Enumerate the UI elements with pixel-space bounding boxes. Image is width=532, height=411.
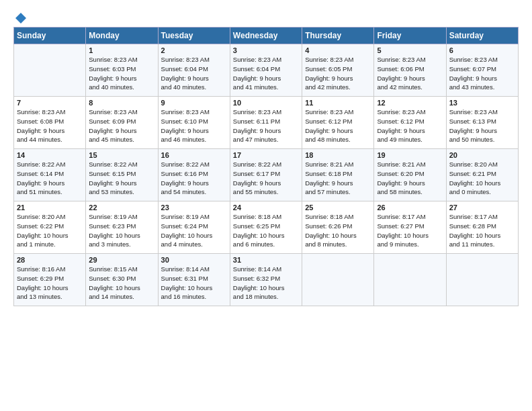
day-info: Sunrise: 8:23 AM Sunset: 6:11 PM Dayligh… — [233, 107, 299, 144]
calendar-cell: 1Sunrise: 8:23 AM Sunset: 6:03 PM Daylig… — [86, 44, 158, 97]
day-info: Sunrise: 8:23 AM Sunset: 6:12 PM Dayligh… — [377, 107, 443, 144]
day-number: 2 — [161, 46, 227, 54]
day-info: Sunrise: 8:17 AM Sunset: 6:28 PM Dayligh… — [449, 212, 515, 249]
calendar-cell: 25Sunrise: 8:18 AM Sunset: 6:26 PM Dayli… — [302, 201, 374, 254]
calendar-cell: 18Sunrise: 8:21 AM Sunset: 6:18 PM Dayli… — [302, 149, 374, 201]
calendar-cell: 20Sunrise: 8:20 AM Sunset: 6:21 PM Dayli… — [446, 149, 518, 201]
header-day: Sunday — [14, 28, 86, 44]
day-info: Sunrise: 8:23 AM Sunset: 6:09 PM Dayligh… — [89, 107, 154, 144]
calendar-cell — [446, 254, 518, 306]
day-number: 6 — [449, 46, 515, 54]
day-number: 18 — [305, 151, 371, 159]
day-info: Sunrise: 8:14 AM Sunset: 6:32 PM Dayligh… — [233, 265, 299, 302]
day-number: 10 — [233, 99, 299, 107]
day-info: Sunrise: 8:23 AM Sunset: 6:04 PM Dayligh… — [233, 55, 299, 92]
day-number: 24 — [233, 203, 299, 212]
day-number: 31 — [233, 256, 299, 264]
day-number: 11 — [305, 99, 371, 107]
day-number: 25 — [305, 203, 371, 212]
header-day: Thursday — [302, 28, 374, 44]
header-day: Wednesday — [230, 28, 302, 44]
day-info: Sunrise: 8:18 AM Sunset: 6:25 PM Dayligh… — [233, 212, 299, 249]
logo-text — [13, 12, 27, 24]
day-number: 30 — [161, 256, 227, 264]
day-number: 12 — [377, 99, 443, 107]
day-number: 1 — [89, 46, 154, 54]
calendar-page: SundayMondayTuesdayWednesdayThursdayFrid… — [0, 0, 532, 411]
calendar-cell: 10Sunrise: 8:23 AM Sunset: 6:11 PM Dayli… — [230, 97, 302, 149]
day-number: 4 — [305, 46, 371, 54]
day-number: 28 — [17, 256, 83, 264]
calendar-cell: 8Sunrise: 8:23 AM Sunset: 6:09 PM Daylig… — [86, 97, 158, 149]
day-info: Sunrise: 8:23 AM Sunset: 6:07 PM Dayligh… — [449, 55, 515, 92]
day-number: 27 — [449, 203, 515, 212]
day-info: Sunrise: 8:23 AM Sunset: 6:05 PM Dayligh… — [305, 55, 371, 92]
calendar-cell: 4Sunrise: 8:23 AM Sunset: 6:05 PM Daylig… — [302, 44, 374, 97]
day-number: 17 — [233, 151, 299, 159]
day-info: Sunrise: 8:20 AM Sunset: 6:22 PM Dayligh… — [17, 212, 83, 249]
calendar-cell: 30Sunrise: 8:14 AM Sunset: 6:31 PM Dayli… — [158, 254, 230, 306]
day-info: Sunrise: 8:23 AM Sunset: 6:10 PM Dayligh… — [161, 107, 227, 144]
calendar-cell: 15Sunrise: 8:22 AM Sunset: 6:15 PM Dayli… — [86, 149, 158, 201]
calendar-cell: 21Sunrise: 8:20 AM Sunset: 6:22 PM Dayli… — [14, 201, 86, 254]
day-info: Sunrise: 8:22 AM Sunset: 6:15 PM Dayligh… — [89, 160, 154, 197]
day-info: Sunrise: 8:14 AM Sunset: 6:31 PM Dayligh… — [161, 265, 227, 302]
calendar-cell — [14, 44, 86, 97]
calendar-cell: 14Sunrise: 8:22 AM Sunset: 6:14 PM Dayli… — [14, 149, 86, 201]
day-info: Sunrise: 8:21 AM Sunset: 6:18 PM Dayligh… — [305, 160, 371, 197]
day-number: 14 — [17, 151, 83, 159]
header-row: SundayMondayTuesdayWednesdayThursdayFrid… — [14, 28, 519, 44]
calendar-cell: 26Sunrise: 8:17 AM Sunset: 6:27 PM Dayli… — [374, 201, 446, 254]
day-info: Sunrise: 8:17 AM Sunset: 6:27 PM Dayligh… — [377, 212, 443, 249]
day-info: Sunrise: 8:23 AM Sunset: 6:13 PM Dayligh… — [449, 107, 515, 144]
day-number: 26 — [377, 203, 443, 212]
day-number: 20 — [449, 151, 515, 159]
calendar-cell: 13Sunrise: 8:23 AM Sunset: 6:13 PM Dayli… — [446, 97, 518, 149]
day-number: 15 — [89, 151, 154, 159]
logo — [13, 12, 27, 21]
header-day: Friday — [374, 28, 446, 44]
calendar-cell: 3Sunrise: 8:23 AM Sunset: 6:04 PM Daylig… — [230, 44, 302, 97]
svg-marker-0 — [15, 13, 26, 24]
calendar-cell: 22Sunrise: 8:19 AM Sunset: 6:23 PM Dayli… — [86, 201, 158, 254]
calendar-week-row: 21Sunrise: 8:20 AM Sunset: 6:22 PM Dayli… — [14, 201, 519, 254]
day-number: 21 — [17, 203, 83, 212]
day-number: 13 — [449, 99, 515, 107]
calendar-cell: 19Sunrise: 8:21 AM Sunset: 6:20 PM Dayli… — [374, 149, 446, 201]
day-info: Sunrise: 8:23 AM Sunset: 6:04 PM Dayligh… — [161, 55, 227, 92]
header-day: Saturday — [446, 28, 518, 44]
calendar-cell: 2Sunrise: 8:23 AM Sunset: 6:04 PM Daylig… — [158, 44, 230, 97]
day-info: Sunrise: 8:23 AM Sunset: 6:06 PM Dayligh… — [377, 55, 443, 92]
calendar-cell: 11Sunrise: 8:23 AM Sunset: 6:12 PM Dayli… — [302, 97, 374, 149]
calendar-week-row: 7Sunrise: 8:23 AM Sunset: 6:08 PM Daylig… — [14, 97, 519, 149]
calendar-cell: 6Sunrise: 8:23 AM Sunset: 6:07 PM Daylig… — [446, 44, 518, 97]
calendar-cell: 29Sunrise: 8:15 AM Sunset: 6:30 PM Dayli… — [86, 254, 158, 306]
calendar-cell — [302, 254, 374, 306]
day-info: Sunrise: 8:19 AM Sunset: 6:24 PM Dayligh… — [161, 212, 227, 249]
calendar-cell: 23Sunrise: 8:19 AM Sunset: 6:24 PM Dayli… — [158, 201, 230, 254]
day-info: Sunrise: 8:23 AM Sunset: 6:12 PM Dayligh… — [305, 107, 371, 144]
header-day: Tuesday — [158, 28, 230, 44]
day-info: Sunrise: 8:23 AM Sunset: 6:03 PM Dayligh… — [89, 55, 154, 92]
day-number: 9 — [161, 99, 227, 107]
calendar-week-row: 28Sunrise: 8:16 AM Sunset: 6:29 PM Dayli… — [14, 254, 519, 306]
calendar-cell: 9Sunrise: 8:23 AM Sunset: 6:10 PM Daylig… — [158, 97, 230, 149]
calendar-table: SundayMondayTuesdayWednesdayThursdayFrid… — [13, 27, 519, 306]
day-number: 29 — [89, 256, 154, 264]
day-number: 7 — [17, 99, 83, 107]
calendar-cell: 24Sunrise: 8:18 AM Sunset: 6:25 PM Dayli… — [230, 201, 302, 254]
day-info: Sunrise: 8:18 AM Sunset: 6:26 PM Dayligh… — [305, 212, 371, 249]
day-number: 8 — [89, 99, 154, 107]
calendar-cell: 7Sunrise: 8:23 AM Sunset: 6:08 PM Daylig… — [14, 97, 86, 149]
header-day: Monday — [86, 28, 158, 44]
calendar-cell: 16Sunrise: 8:22 AM Sunset: 6:16 PM Dayli… — [158, 149, 230, 201]
calendar-cell: 27Sunrise: 8:17 AM Sunset: 6:28 PM Dayli… — [446, 201, 518, 254]
day-info: Sunrise: 8:16 AM Sunset: 6:29 PM Dayligh… — [17, 265, 83, 302]
day-number: 5 — [377, 46, 443, 54]
day-number: 22 — [89, 203, 154, 212]
day-info: Sunrise: 8:20 AM Sunset: 6:21 PM Dayligh… — [449, 160, 515, 197]
day-number: 23 — [161, 203, 227, 212]
calendar-week-row: 14Sunrise: 8:22 AM Sunset: 6:14 PM Dayli… — [14, 149, 519, 201]
logo-flag-icon — [15, 12, 27, 24]
day-number: 3 — [233, 46, 299, 54]
